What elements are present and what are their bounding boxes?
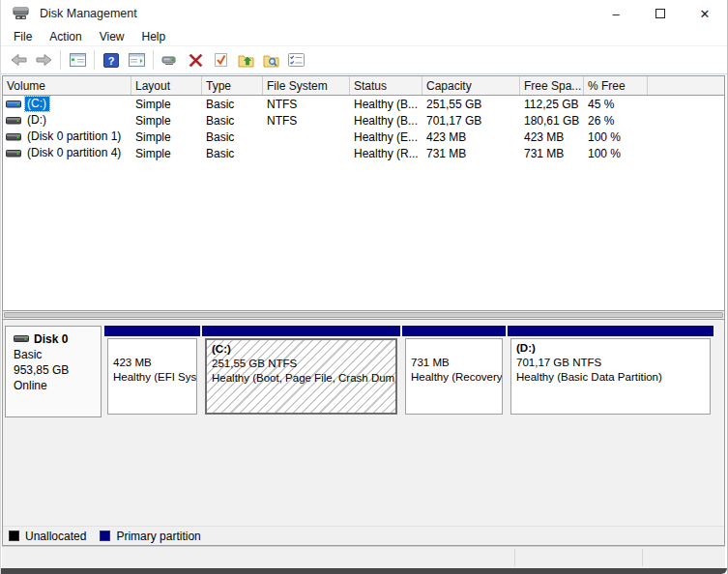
volume-table-row[interactable]: (C:) Simple Basic NTFS Healthy (B... 251… bbox=[3, 96, 724, 112]
horizontal-scrollbar[interactable] bbox=[3, 310, 724, 320]
delete-volume-icon[interactable] bbox=[184, 48, 207, 72]
maximize-icon bbox=[655, 9, 665, 18]
volume-cell: (D:) bbox=[3, 112, 131, 129]
volume-table-row[interactable]: (D:) Simple Basic NTFS Healthy (B... 701… bbox=[3, 112, 724, 129]
disk-drive-icon bbox=[14, 334, 30, 344]
partitions-container: 423 MB Healthy (EFI Sys (C:) 251,55 GB N… bbox=[104, 326, 715, 417]
free-space-cell: 112,25 GB bbox=[520, 96, 584, 112]
scrollbar-thumb[interactable] bbox=[4, 312, 723, 318]
menu-item-action[interactable]: Action bbox=[41, 28, 90, 45]
column-header-layout[interactable]: Layout bbox=[131, 76, 202, 95]
capacity-cell: 731 MB bbox=[422, 145, 520, 161]
menu-item-file[interactable]: File bbox=[5, 28, 41, 45]
disk-0-row: Disk 0 Basic 953,85 GB Online 423 MB Hea… bbox=[5, 326, 715, 417]
forward-icon[interactable] bbox=[32, 48, 55, 72]
volume-cell: (Disk 0 partition 1) bbox=[3, 129, 131, 145]
partition-label: (D:) bbox=[516, 341, 708, 356]
layout-cell: Simple bbox=[131, 145, 202, 161]
partition-status: Healthy (EFI Sys bbox=[113, 370, 194, 385]
partition-status: Healthy (Basic Data Partition) bbox=[516, 370, 708, 385]
volume-name: (Disk 0 partition 1) bbox=[25, 129, 124, 144]
partition-size: 251,55 GB NTFS bbox=[212, 357, 393, 371]
capacity-cell: 423 MB bbox=[422, 129, 520, 145]
explore-icon[interactable] bbox=[259, 48, 282, 72]
layout-cell: Simple bbox=[131, 129, 202, 145]
partition-color-bar bbox=[202, 326, 400, 336]
menu-item-help[interactable]: Help bbox=[133, 28, 175, 45]
menu-item-view[interactable]: View bbox=[91, 28, 133, 45]
disk-0-info-panel[interactable]: Disk 0 Basic 953,85 GB Online bbox=[5, 326, 102, 417]
percent-free-cell: 100 % bbox=[584, 129, 648, 145]
partition-block[interactable]: 731 MB Healthy (Recovery bbox=[402, 326, 506, 417]
legend-item: Unallocated bbox=[9, 530, 86, 543]
column-header-file-system[interactable]: File System bbox=[263, 76, 350, 95]
legend-swatch bbox=[9, 531, 19, 541]
show-console-tree-icon[interactable] bbox=[66, 48, 89, 72]
toolbar-separator bbox=[60, 50, 61, 70]
partition-size: 701,17 GB NTFS bbox=[516, 356, 708, 370]
change-letter-icon[interactable] bbox=[234, 48, 257, 72]
type-cell: Basic bbox=[202, 145, 263, 161]
capacity-cell: 251,55 GB bbox=[422, 96, 520, 112]
back-icon[interactable] bbox=[7, 48, 30, 72]
status-cell: Healthy (R... bbox=[350, 145, 422, 161]
partition-block[interactable]: (C:) 251,55 GB NTFS Healthy (Boot, Page … bbox=[202, 326, 400, 417]
type-cell: Basic bbox=[202, 112, 263, 129]
menu-bar: FileActionViewHelp bbox=[1, 27, 727, 46]
toolbar-separator bbox=[153, 50, 154, 70]
percent-free-cell: 45 % bbox=[584, 96, 648, 112]
partition-label bbox=[411, 341, 500, 356]
partition-block[interactable]: 423 MB Healthy (EFI Sys bbox=[104, 326, 200, 417]
volume-cell: (C:) bbox=[3, 96, 131, 112]
settings-list-icon[interactable] bbox=[284, 48, 307, 72]
volume-table-row[interactable]: (Disk 0 partition 4) Simple Basic Health… bbox=[3, 145, 724, 161]
volume-cell: (Disk 0 partition 4) bbox=[3, 145, 131, 161]
maximize-button[interactable] bbox=[638, 0, 683, 27]
disk-0-title: Disk 0 bbox=[14, 331, 101, 347]
partition-status: Healthy (Recovery bbox=[411, 370, 500, 385]
partition-label bbox=[113, 341, 194, 356]
window-controls: – ✕ bbox=[594, 0, 727, 27]
column-header-free-spa[interactable]: Free Spa... bbox=[520, 76, 584, 95]
minimize-button[interactable]: – bbox=[594, 0, 638, 27]
properties-device-icon[interactable] bbox=[159, 48, 182, 72]
column-header-capacity[interactable]: Capacity bbox=[422, 76, 520, 95]
capacity-cell: 701,17 GB bbox=[422, 112, 520, 129]
column-header-type[interactable]: Type bbox=[202, 76, 263, 95]
column-header-volume[interactable]: Volume bbox=[3, 76, 131, 95]
disk-drive-icon bbox=[13, 6, 32, 21]
legend-label: Primary partition bbox=[116, 530, 200, 543]
free-space-cell: 180,61 GB bbox=[520, 112, 584, 129]
disk-size: 953,85 GB bbox=[14, 362, 101, 378]
layout-cell: Simple bbox=[131, 96, 202, 112]
partition-label: (C:) bbox=[212, 342, 393, 357]
console-area: VolumeLayoutTypeFile SystemStatusCapacit… bbox=[2, 75, 725, 546]
type-cell: Basic bbox=[202, 129, 263, 145]
help-icon[interactable]: ? bbox=[100, 48, 123, 72]
partition-body: 731 MB Healthy (Recovery bbox=[405, 338, 503, 415]
disk-type: Basic bbox=[14, 347, 101, 362]
status-cell: Healthy (B... bbox=[350, 112, 422, 129]
partition-block[interactable]: (D:) 701,17 GB NTFS Healthy (Basic Data … bbox=[508, 326, 713, 417]
disk-graphical-pane: Disk 0 Basic 953,85 GB Online 423 MB Hea… bbox=[3, 320, 724, 526]
volume-name: (C:) bbox=[25, 97, 49, 111]
file-system-cell: NTFS bbox=[263, 96, 350, 112]
toolbar-separator bbox=[94, 50, 95, 70]
column-header-status[interactable]: Status bbox=[350, 76, 422, 95]
legend-swatch bbox=[100, 531, 110, 541]
legend-bar: Unallocated Primary partition bbox=[3, 526, 724, 545]
percent-free-cell: 100 % bbox=[584, 145, 648, 161]
percent-free-cell: 26 % bbox=[584, 112, 648, 129]
volume-table-row[interactable]: (Disk 0 partition 1) Simple Basic Health… bbox=[3, 129, 724, 145]
volume-drive-icon bbox=[6, 148, 22, 159]
mark-active-icon[interactable] bbox=[209, 48, 232, 72]
volume-name: (D:) bbox=[25, 113, 49, 128]
legend-label: Unallocated bbox=[25, 530, 86, 543]
column-header--free[interactable]: % Free bbox=[584, 76, 648, 95]
status-bar-separator bbox=[642, 549, 643, 566]
close-button[interactable]: ✕ bbox=[683, 0, 727, 27]
toolbar: ? bbox=[1, 46, 727, 74]
partition-color-bar bbox=[402, 326, 506, 336]
column-header[interactable] bbox=[648, 76, 724, 95]
show-action-pane-icon[interactable] bbox=[125, 48, 148, 72]
